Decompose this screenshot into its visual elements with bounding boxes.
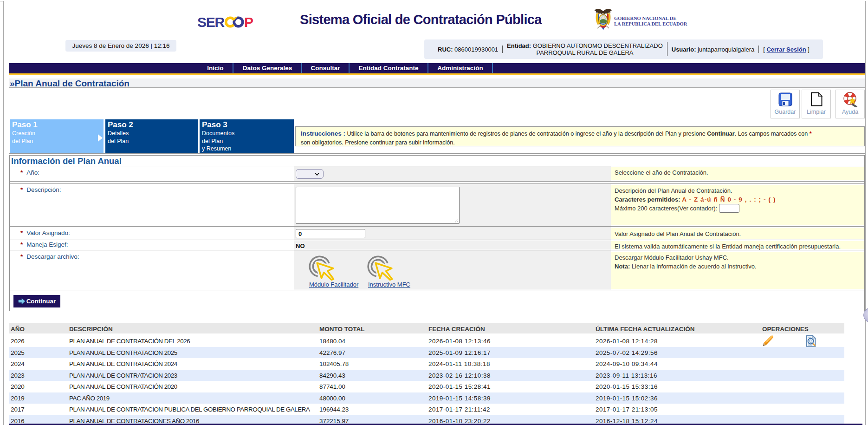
svg-text:P: P: [244, 15, 253, 29]
svg-text:SER: SER: [198, 15, 225, 29]
